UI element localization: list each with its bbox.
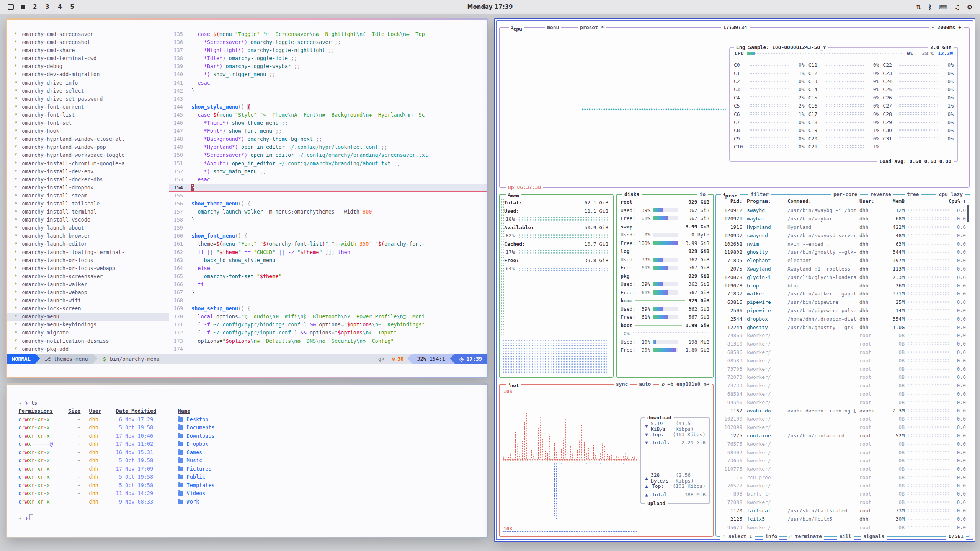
proc-sort-selector[interactable]: cpu lazy [936, 191, 965, 198]
file-item[interactable]: *omarchy-launch-editor [7, 240, 169, 248]
proc-scrollbar[interactable] [967, 205, 969, 222]
code-line[interactable]: 159 [169, 224, 487, 232]
file-item[interactable]: *omarchy-drive-select [7, 87, 169, 95]
file-item[interactable]: *omarchy-launch-webapp [7, 289, 169, 297]
code-line[interactable]: 172 [ -f ~/.config/hypr/input.conf ] && … [169, 329, 487, 337]
workspace-number[interactable]: 5 [69, 3, 75, 10]
nvim-file-list[interactable]: *omarchy-cmd-screensaver*omarchy-cmd-scr… [7, 20, 169, 354]
code-line[interactable]: 167} [169, 289, 487, 297]
file-item[interactable]: *omarchy-lock-screen [7, 305, 169, 313]
omarchy-logo-icon[interactable] [8, 4, 14, 10]
proc-tree-button[interactable]: tree [905, 191, 921, 198]
code-line[interactable]: 166 fi [169, 280, 487, 289]
code-line[interactable]: 165 omarchy-font-set "$theme" [169, 272, 487, 280]
net-box-title[interactable]: 3net [506, 381, 521, 389]
file-item[interactable]: *omarchy-cmd-terminal-cwd [7, 54, 169, 62]
code-line[interactable]: 163 back_to show_style_menu [169, 256, 487, 264]
process-row[interactable]: 102099kworker/root0B0.0 [716, 423, 970, 432]
process-row[interactable]: 74733kworker/root0B0.0 [716, 381, 970, 390]
code-line[interactable]: 162 if [[ "$theme" == "CNCLD" || -z "$th… [169, 248, 487, 256]
code-line[interactable]: 155 [169, 192, 487, 200]
proc-select-buttons[interactable]: ↑ select ↓ [720, 533, 755, 540]
file-item[interactable]: *omarchy-drive-set-password [7, 95, 169, 103]
code-line[interactable]: 171 [ -f ~/.config/hypr/bindings.conf ] … [169, 321, 487, 329]
file-item[interactable]: *omarchy-menu-keybindings [7, 321, 169, 329]
process-row[interactable]: 73656kworker/root0B0.0 [716, 456, 970, 465]
code-line[interactable]: 156show_theme_menu() { [169, 200, 487, 208]
file-item[interactable]: *omarchy-hyprland-window-close-all [7, 135, 169, 143]
workspace-number[interactable]: 4 [57, 3, 62, 10]
code-line[interactable]: 150 *Screensaver*) open_in_editor ~/.con… [169, 151, 487, 159]
file-item[interactable]: *omarchy-install-tailscale [7, 200, 169, 208]
code-line[interactable]: 140 *) show_trigger_menu ;; [169, 70, 487, 78]
cpu-box-title[interactable]: 1cpu [509, 24, 524, 33]
process-row[interactable]: 72073kworker/root0B0.0 [716, 373, 970, 381]
code-line[interactable]: 149 *Hyprland*) open_in_editor ~/.config… [169, 143, 487, 151]
process-row[interactable]: 72088kworker/root0B0.0 [716, 498, 970, 507]
process-row[interactable]: 94540kworker/root0B0.0 [716, 398, 970, 406]
process-row[interactable]: 102100kworker/root0B0.0 [716, 415, 970, 423]
process-row[interactable]: 2075XwaylandXwayland :1 -rootless -dhh11… [716, 265, 970, 273]
code-line[interactable]: 142} [169, 87, 487, 95]
net-sync-button[interactable]: sync [614, 381, 630, 388]
process-row[interactable]: 81310kworker/root0B0.0 [716, 340, 970, 348]
workspace-number[interactable]: 2 [32, 3, 38, 10]
process-row[interactable]: 1162avahi-daavahi-daemon: running [avahi… [716, 406, 970, 415]
code-line[interactable]: 143 [169, 95, 487, 103]
process-row[interactable]: 1275containe/usr/bin/containerdroot52M0.… [716, 432, 970, 440]
process-row[interactable]: 2506pipewire/usr/bin/pipewire-pulsedhh14… [716, 306, 970, 315]
process-row[interactable]: 71835elephantelephantdhh397M0.0 [716, 256, 970, 265]
code-line[interactable]: 136 *Screensaver*) omarchy-toggle-screen… [169, 38, 487, 46]
process-row[interactable]: 1170tailscal/usr/sbin/tailscaled --root7… [716, 507, 970, 515]
process-row[interactable]: 110775kworker/root0B0.0 [716, 465, 970, 473]
code-line[interactable]: 137 *Nightlight*) omarchy-toggle-nightli… [169, 46, 487, 54]
process-row[interactable]: 63816pipewire/usr/bin/pipewiredhh25M0.0 [716, 298, 970, 306]
process-row[interactable]: 68402kworker/root0B0.0 [716, 448, 970, 456]
file-item[interactable]: *omarchy-install-dropbox [7, 184, 169, 192]
file-item[interactable]: *omarchy-install-vscode [7, 216, 169, 224]
code-line[interactable]: 146 *Theme*) show_theme_menu ;; [169, 119, 487, 127]
code-line[interactable]: 135 case $(menu "Toggle" "▢ Screensaver\… [169, 30, 487, 38]
update-interval-control[interactable]: - 2000ms + [929, 24, 964, 31]
file-item[interactable]: *omarchy-install-docker-dbs [7, 176, 169, 184]
process-row[interactable]: 76575kworker/root0B0.0 [716, 440, 970, 448]
process-row[interactable]: 803btrfs-trroot0B0.0 [716, 490, 970, 498]
process-row[interactable]: 2125fcitx5/usr/bin/fcitx5dhh30M0.0 [716, 515, 970, 523]
file-item[interactable]: *omarchy-drive-info [7, 79, 169, 87]
file-item[interactable]: *omarchy-launch-floating-terminal- [7, 248, 169, 256]
file-item[interactable]: *omarchy-dev-add-migration [7, 70, 169, 78]
file-item[interactable]: *omarchy-launch-about [7, 224, 169, 232]
code-line[interactable]: 168 [169, 297, 487, 305]
workspace-number[interactable]: 3 [44, 3, 50, 10]
code-line[interactable]: 173 options="$options\n▣ Defaults\n◍ DNS… [169, 337, 487, 345]
proc-terminate-button[interactable]: ⏎ terminate [787, 533, 824, 540]
disks-box-title[interactable]: disks [622, 191, 642, 198]
file-item[interactable]: *omarchy-font-set [7, 119, 169, 127]
process-row[interactable]: 12244ghostty/usr/bin/ghostty --gtk-dhh1.… [716, 323, 970, 331]
file-item[interactable]: *omarchy-debug [7, 62, 169, 70]
file-item[interactable]: *omarchy-launch-walker [7, 280, 169, 289]
code-line[interactable]: 148 *Background*) omarchy-theme-bg-next … [169, 135, 487, 143]
code-line[interactable]: 147 *Font*) show_font_menu ;; [169, 127, 487, 135]
bluetooth-icon[interactable]: ᛒ [928, 3, 932, 11]
file-item[interactable]: *omarchy-pkg-add [7, 345, 169, 353]
active-workspace-icon[interactable] [21, 5, 25, 9]
process-row[interactable]: 120878glycin-i/usr/lib/glycin-loadersdhh… [716, 273, 970, 281]
process-row[interactable]: 68583kworker/root0B0.0 [716, 356, 970, 365]
code-line[interactable]: 144show_style_menu() { [169, 103, 487, 111]
code-line[interactable]: 158} [169, 216, 487, 224]
process-row[interactable]: 120921waybar/usr/bin/waybardhh68M0.0 [716, 215, 970, 223]
code-line[interactable]: 141 esac [169, 79, 487, 87]
process-row[interactable]: 95673kworker/root0B0.0 [716, 523, 970, 531]
file-item[interactable]: *omarchy-install-terminal [7, 208, 169, 216]
proc-reverse-button[interactable]: reverse [868, 191, 893, 198]
file-item[interactable]: *omarchy-launch-or-focus-webapp [7, 264, 169, 272]
proc-filter-button[interactable]: filter [748, 191, 771, 198]
proc-percore-button[interactable]: per-core [831, 191, 860, 198]
code-line[interactable]: 153 esac [169, 176, 487, 184]
code-line[interactable]: 170 local options="♫ Audio\n≋ Wifi\nᛒ Bl… [169, 313, 487, 321]
process-row[interactable]: 119078btopbtopdhh26M0.0 [716, 281, 970, 290]
process-row[interactable]: 68586kworker/root0B0.0 [716, 348, 970, 357]
cpu-menu-button[interactable]: menu [545, 24, 561, 31]
file-item[interactable]: *omarchy-hyprland-workspace-toggle [7, 151, 169, 159]
